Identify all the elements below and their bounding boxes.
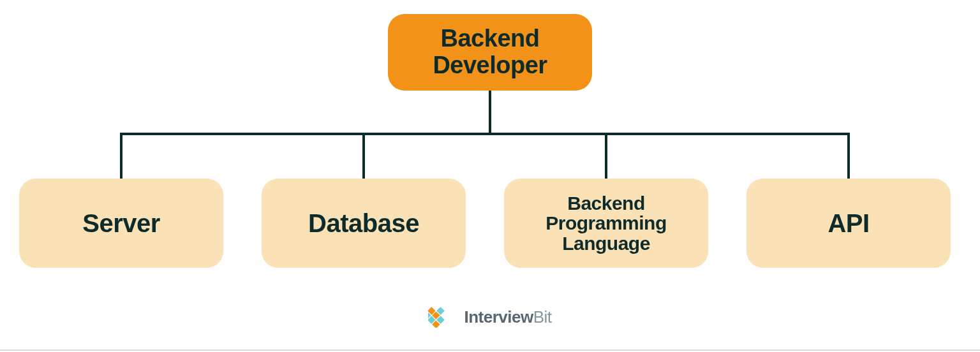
diagram-canvas: BackendDeveloper Server Database Backend…: [0, 0, 980, 352]
brand-name-part1: Interview: [464, 307, 533, 326]
brand-name: InterviewBit: [464, 307, 551, 327]
brand-logo-icon: [428, 306, 457, 328]
child-node-database: Database: [262, 179, 466, 268]
child-node-server: Server: [19, 179, 223, 268]
child-node-backend-programming-language: BackendProgrammingLanguage: [504, 179, 708, 268]
root-node: BackendDeveloper: [388, 14, 592, 91]
brand-name-part2: Bit: [533, 307, 552, 326]
brand-footer: InterviewBit: [0, 306, 980, 328]
child-node-api: API: [746, 179, 951, 268]
bottom-divider: [0, 349, 980, 351]
